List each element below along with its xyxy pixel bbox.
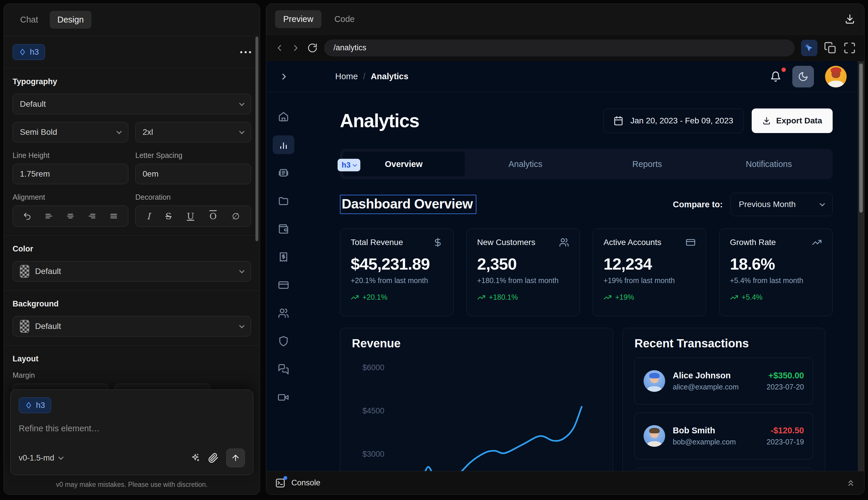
transaction-email: alice@example.com [673,383,739,391]
tab-chat[interactable]: Chat [13,11,46,29]
align-right-icon[interactable] [88,212,96,220]
line-height-value: 1.75rem [20,169,50,179]
stat-value: 12,234 [603,254,696,273]
rail-home-icon[interactable] [273,107,294,126]
rail-messages-icon[interactable] [273,360,294,379]
rail-users-icon[interactable] [273,304,294,322]
download-icon[interactable] [844,13,855,25]
fullscreen-icon[interactable] [843,42,856,54]
selected-element-chip[interactable]: h3 [13,44,45,60]
rail-bar-chart-icon[interactable] [273,135,294,154]
tab-analytics[interactable]: Analytics [465,152,587,176]
arrow-up-icon [231,453,240,463]
transaction-row[interactable]: Bob Smith bob@example.com -$120.50 2023-… [635,412,813,459]
rail-video-icon[interactable] [273,388,294,407]
stat-title: Total Revenue [351,238,403,247]
date-range-button[interactable]: Jan 20, 2023 - Feb 09, 2023 [603,109,743,133]
chevron-down-icon [239,129,244,134]
v0-workspace: Chat Design h3 Typography Default Semi B… [0,0,868,500]
model-picker[interactable]: v0-1.5-md [19,454,63,463]
italic-icon[interactable]: I [147,211,150,221]
undo-icon[interactable] [23,212,32,220]
tab-reports[interactable]: Reports [586,152,708,176]
stat-trend-value: +20.1% [362,293,387,302]
font-size-select[interactable]: 2xl [135,122,251,143]
transactions-card: Recent Transactions Alice Johnson alice@… [623,328,825,471]
background-select[interactable]: Default [13,316,251,337]
tab-notifications[interactable]: Notifications [708,152,830,176]
composer-input[interactable]: Refine this element… [19,424,245,433]
refresh-icon[interactable] [307,43,318,53]
chevrons-up-icon[interactable] [846,478,855,488]
sidebar-toggle-icon[interactable] [279,72,289,82]
transaction-amount: +$350.00 [767,371,804,380]
decoration-toolbar: I S U O ∅ [135,206,251,227]
color-select[interactable]: Default [13,261,251,282]
inspect-cursor-button[interactable] [801,40,818,56]
sidebar-scrollbar[interactable] [255,36,258,241]
compare-select[interactable]: Previous Month [730,193,833,216]
letter-spacing-input[interactable]: 0em [135,164,251,184]
preview-scrollbar[interactable] [858,61,864,471]
background-value: Default [35,322,61,331]
browser-bar: /analytics [266,34,864,61]
rail-receipt-icon[interactable] [273,248,294,266]
console-label: Console [291,478,320,487]
back-icon[interactable] [275,43,285,53]
element-tag-text: h3 [342,160,350,170]
color-value: Default [35,267,61,276]
composer-element-chip[interactable]: h3 [19,397,51,413]
chart-title: Revenue [352,337,601,350]
element-tag-chip[interactable]: h3 [338,159,360,171]
transaction-row[interactable]: Alice Johnson alice@example.com +$350.00… [635,357,813,405]
notifications-button[interactable] [770,71,781,82]
no-decoration-icon[interactable]: ∅ [232,211,240,221]
dollar-icon [433,237,443,247]
selection-outline[interactable]: Dashboard Overview [340,195,476,214]
breadcrumb-home[interactable]: Home [335,72,358,81]
tab-overview[interactable]: Overview [343,152,465,176]
copy-icon[interactable] [824,42,837,54]
revenue-line-series [352,357,601,471]
stat-value: $45,231.89 [351,254,443,273]
tab-design[interactable]: Design [50,11,91,29]
more-menu-icon[interactable] [240,51,251,53]
align-left-icon[interactable] [44,212,53,220]
underline-icon[interactable]: U [187,211,194,221]
url-input[interactable]: /analytics [324,39,795,56]
rail-folder-icon[interactable] [273,192,294,210]
paperclip-icon[interactable] [208,453,219,463]
calendar-icon [613,116,623,126]
transaction-row-clipped [635,467,813,471]
alignment-toolbar [13,206,128,227]
chevron-down-icon [239,323,244,328]
user-avatar[interactable] [825,66,847,88]
rail-newspaper-icon[interactable] [273,163,294,182]
align-justify-icon[interactable] [109,212,118,220]
rail-credit-card-icon[interactable] [273,276,294,294]
strikethrough-icon[interactable]: S [165,211,172,221]
margin-label: Margin [13,371,251,379]
chevron-down-icon [58,454,63,459]
line-height-input[interactable]: 1.75rem [13,164,128,184]
rail-shield-icon[interactable] [273,332,294,351]
export-data-button[interactable]: Export Data [752,109,833,133]
letter-spacing-value: 0em [143,169,159,179]
type-style-select[interactable]: Default [13,94,251,114]
theme-toggle-button[interactable] [792,66,814,88]
overline-icon[interactable]: O [210,211,217,221]
chevron-down-icon [239,101,244,106]
compare-value: Previous Month [739,200,796,209]
forward-icon[interactable] [291,43,301,53]
tab-preview[interactable]: Preview [275,10,322,28]
breadcrumb-separator: / [363,72,365,81]
sparkles-icon[interactable] [190,453,200,463]
rail-wallet-icon[interactable] [273,219,294,238]
console-bar[interactable]: Console [266,471,864,495]
decoration-label: Decoration [135,193,251,202]
font-weight-select[interactable]: Semi Bold [13,122,128,143]
tab-code[interactable]: Code [326,10,363,28]
font-size-value: 2xl [143,127,153,137]
align-center-icon[interactable] [66,212,75,220]
send-button[interactable] [226,448,245,467]
